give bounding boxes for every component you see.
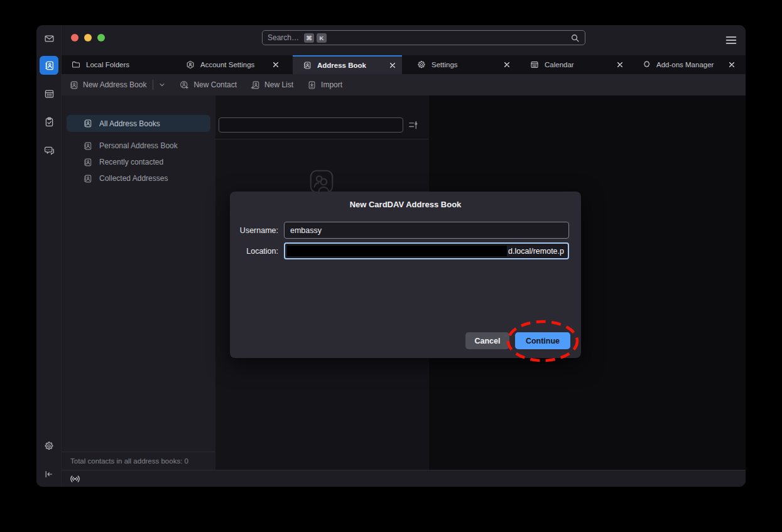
- redaction-bar: [287, 246, 507, 256]
- tab-local-folders[interactable]: Local Folders: [62, 55, 171, 74]
- tab-addons-manager[interactable]: Add-ons Manager: [632, 55, 741, 74]
- tab-calendar[interactable]: Calendar: [520, 55, 629, 74]
- continue-button[interactable]: Continue: [515, 332, 570, 349]
- address-book-icon: [303, 61, 312, 70]
- chevron-down-icon[interactable]: [158, 81, 166, 89]
- tab-settings[interactable]: Settings: [407, 55, 516, 74]
- app-window: Search… ⌘ K Local Folders Account Settin…: [36, 25, 746, 487]
- sidebar-item-label: Personal Address Book: [99, 141, 178, 150]
- sidebar-item-label: Collected Addresses: [99, 174, 168, 183]
- location-label: Location:: [246, 247, 278, 256]
- close-icon[interactable]: [271, 60, 280, 69]
- close-icon[interactable]: [727, 60, 736, 69]
- tab-address-book[interactable]: Address Book: [293, 55, 402, 74]
- person-plus-icon: [180, 80, 189, 90]
- mail-icon: [44, 33, 55, 44]
- account-settings-icon: [186, 60, 195, 69]
- display-options-icon: [408, 119, 419, 131]
- location-input[interactable]: d.local/remote.p: [284, 242, 569, 259]
- global-search-input[interactable]: Search… ⌘ K: [262, 30, 585, 45]
- chat-icon: [44, 145, 55, 156]
- new-address-book-button[interactable]: New Address Book: [69, 80, 166, 90]
- collapse-spaces-button[interactable]: [40, 465, 58, 484]
- address-book-icon: [83, 141, 92, 151]
- sidebar-item-personal-address-book[interactable]: Personal Address Book: [67, 138, 210, 154]
- new-list-button[interactable]: New List: [251, 80, 293, 90]
- chat-space-button[interactable]: [40, 141, 58, 160]
- spaces-settings-button[interactable]: [40, 437, 58, 455]
- spaces-toolbar: [36, 25, 62, 487]
- cancel-button[interactable]: Cancel: [465, 332, 509, 349]
- tab-label: Account Settings: [200, 61, 271, 68]
- mail-space-button[interactable]: [40, 29, 58, 48]
- tab-label: Add-ons Manager: [656, 61, 727, 68]
- close-icon[interactable]: [502, 60, 511, 69]
- collapse-icon: [44, 469, 54, 479]
- tab-account-settings[interactable]: Account Settings: [176, 55, 285, 74]
- new-address-book-label: New Address Book: [83, 80, 146, 89]
- sidebar-item-label: All Address Books: [99, 119, 160, 128]
- username-label: Username:: [240, 226, 278, 235]
- puzzle-icon: [642, 60, 651, 69]
- hamburger-icon: [725, 36, 737, 45]
- username-input[interactable]: [284, 222, 569, 239]
- address-book-icon: [69, 80, 79, 90]
- tab-label: Calendar: [545, 61, 616, 68]
- tab-label: Local Folders: [86, 61, 166, 68]
- list-plus-icon: [251, 80, 260, 90]
- contacts-list-header: [215, 95, 428, 139]
- address-book-toolbar: New Address Book New Contact New List Im…: [62, 74, 746, 95]
- new-carddav-dialog: New CardDAV Address Book Username: Locat…: [230, 192, 581, 358]
- sidebar-item-all-address-books[interactable]: All Address Books: [67, 115, 210, 132]
- sidebar-item-recently-contacted[interactable]: Recently contacted: [67, 154, 210, 170]
- gear-icon: [44, 441, 54, 451]
- address-book-space-button[interactable]: [40, 56, 58, 75]
- split-button-divider: [153, 80, 153, 90]
- address-book-icon: [83, 158, 92, 167]
- import-icon: [307, 80, 317, 90]
- import-label: Import: [321, 80, 342, 89]
- sidebar-item-label: Recently contacted: [99, 158, 163, 166]
- calendar-icon: [530, 60, 539, 69]
- zoom-window-button[interactable]: [97, 34, 105, 41]
- new-list-label: New List: [264, 80, 293, 89]
- tasks-space-button[interactable]: [40, 112, 58, 131]
- tab-label: Address Book: [317, 62, 388, 69]
- folder-icon: [72, 60, 80, 69]
- close-window-button[interactable]: [71, 34, 79, 41]
- address-book-icon: [83, 174, 92, 183]
- new-contact-label: New Contact: [193, 80, 237, 89]
- broadcast-status-icon: [70, 474, 80, 484]
- close-icon[interactable]: [616, 60, 624, 69]
- address-book-icon: [44, 60, 55, 71]
- minimize-window-button[interactable]: [84, 34, 92, 41]
- k-key-badge: K: [317, 33, 327, 43]
- gear-icon: [417, 60, 426, 69]
- new-contact-button[interactable]: New Contact: [180, 80, 237, 90]
- search-placeholder: Search…: [268, 33, 299, 42]
- sidebar-item-collected-addresses[interactable]: Collected Addresses: [67, 170, 210, 187]
- location-visible-text: d.local/remote.p: [508, 247, 564, 256]
- calendar-icon: [44, 89, 55, 99]
- tab-label: Settings: [432, 61, 502, 68]
- total-contacts-status: Total contacts in all address books: 0: [62, 452, 215, 470]
- cmd-key-badge: ⌘: [304, 33, 314, 43]
- search-icon: [570, 33, 580, 43]
- app-menu-button[interactable]: [725, 34, 737, 46]
- tab-bar: Local Folders Account Settings Address B…: [62, 55, 746, 74]
- status-bar: [62, 470, 746, 487]
- contacts-search-input[interactable]: [219, 117, 403, 133]
- tasks-icon: [44, 117, 55, 128]
- import-button[interactable]: Import: [307, 80, 342, 90]
- display-options-button[interactable]: [408, 119, 420, 131]
- titlebar: Search… ⌘ K: [62, 25, 746, 55]
- address-book-icon: [83, 119, 92, 128]
- calendar-space-button[interactable]: [40, 84, 58, 103]
- address-book-sidebar: All Address Books Personal Address Book …: [62, 95, 215, 470]
- close-icon[interactable]: [388, 61, 397, 70]
- dialog-title: New CardDAV Address Book: [230, 200, 581, 209]
